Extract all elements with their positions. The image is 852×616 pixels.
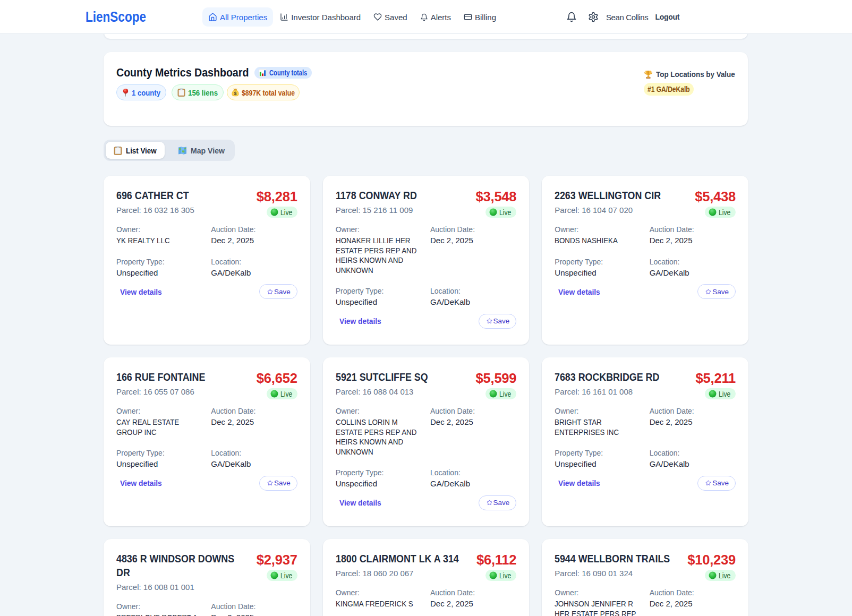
svg-text:$: $: [234, 91, 237, 96]
